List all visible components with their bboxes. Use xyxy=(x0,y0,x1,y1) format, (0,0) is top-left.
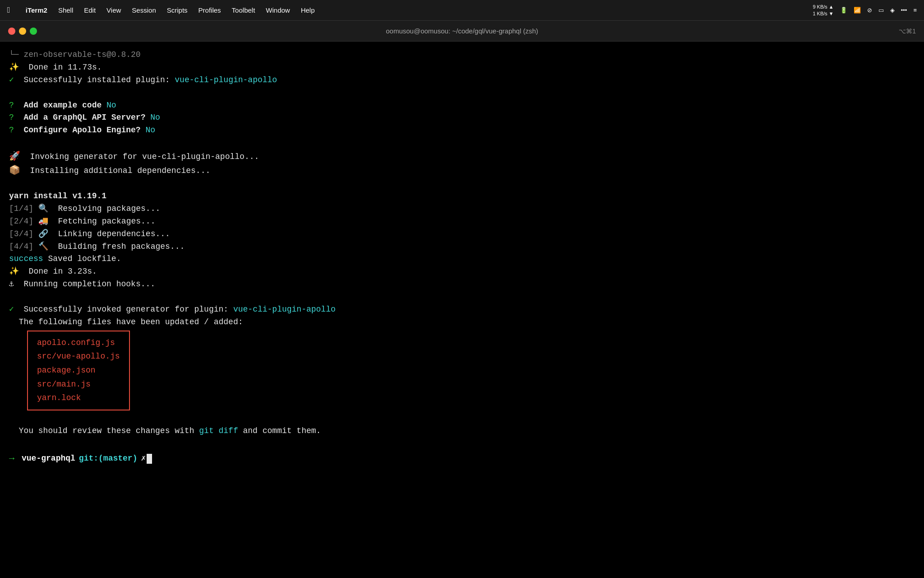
titlebar: oomusou@oomusou: ~/code/gql/vue-graphql … xyxy=(0,21,924,42)
file-line: src/main.js xyxy=(37,378,120,392)
terminal-blank xyxy=(9,438,915,450)
terminal-line: ? Add example code No xyxy=(9,99,915,112)
terminal-line: You should review these changes with git… xyxy=(9,425,915,438)
menu-iterm2[interactable]: iTerm2 xyxy=(20,5,53,16)
terminal-line: ✓ Successfully installed plugin: vue-cli… xyxy=(9,74,915,87)
terminal-line: success Saved lockfile. xyxy=(9,253,915,266)
terminal-line: 📦 Installing additional dependencies... xyxy=(9,163,915,177)
menu-toolbelt[interactable]: Toolbelt xyxy=(226,5,261,16)
battery-icon: 🔋 xyxy=(840,7,847,14)
terminal-line: [3/4] 🔗 Linking dependencies... xyxy=(9,228,915,241)
terminal-line: ? Configure Apollo Engine? No xyxy=(9,124,915,137)
terminal-blank xyxy=(9,87,915,99)
file-line: package.json xyxy=(37,364,120,378)
control-center-icon: ≡ xyxy=(913,7,917,14)
file-line: src/vue-apollo.js xyxy=(37,350,120,364)
file-line: apollo.config.js xyxy=(37,336,120,350)
terminal-blank xyxy=(9,177,915,190)
network-stats: 9 KB/s ▲1 KB/s ▼ xyxy=(813,4,833,17)
terminal-line: yarn install v1.19.1 xyxy=(9,190,915,203)
terminal[interactable]: └─ zen-observable-ts@0.8.20 ✨ Done in 11… xyxy=(0,42,924,578)
terminal-line: ⚓ Running completion hooks... xyxy=(9,278,915,291)
terminal-line: ? Add a GraphQL API Server? No xyxy=(9,112,915,124)
file-line: yarn.lock xyxy=(37,391,120,405)
prompt-marker: ✗ xyxy=(141,452,146,465)
menu-profiles[interactable]: Profiles xyxy=(193,5,226,16)
terminal-line: ✨ Done in 3.23s. xyxy=(9,266,915,278)
menu-right-icons: 9 KB/s ▲1 KB/s ▼ 🔋 📶 ⊘ ▭ ◈ ••• ≡ xyxy=(813,4,917,17)
terminal-blank xyxy=(9,137,915,149)
window-title: oomusou@oomusou: ~/code/gql/vue-graphql … xyxy=(386,27,538,35)
close-button[interactable] xyxy=(8,28,15,35)
keyboard-shortcut: ⌥⌘1 xyxy=(899,28,916,35)
traffic-lights xyxy=(8,28,37,35)
menu-edit[interactable]: Edit xyxy=(79,5,101,16)
prompt-directory: vue-graphql xyxy=(22,452,75,465)
terminal-blank xyxy=(9,412,915,425)
menu-session[interactable]: Session xyxy=(126,5,161,16)
terminal-line: ✓ Successfully invoked generator for plu… xyxy=(9,303,915,316)
prompt-branch: master xyxy=(103,452,133,465)
menu-window[interactable]: Window xyxy=(260,5,295,16)
terminal-line: ✨ Done in 11.73s. xyxy=(9,61,915,74)
do-not-disturb-icon: ⊘ xyxy=(867,7,872,14)
prompt-arrow: → xyxy=(9,452,14,466)
file-box: apollo.config.js src/vue-apollo.js packa… xyxy=(27,331,130,410)
maximize-button[interactable] xyxy=(30,28,37,35)
terminal-line: 🚀 Invoking generator for vue-cli-plugin-… xyxy=(9,149,915,163)
apple-menu[interactable]:  xyxy=(7,6,12,15)
terminal-line: └─ zen-observable-ts@0.8.20 xyxy=(9,49,915,61)
airdrop-icon: ◈ xyxy=(890,7,895,14)
wifi-icon: 📶 xyxy=(854,7,861,14)
prompt-line: → vue-graphql git:(master) ✗ xyxy=(9,452,915,466)
menu-shell[interactable]: Shell xyxy=(53,5,79,16)
terminal-blank xyxy=(9,291,915,303)
menu-view[interactable]: View xyxy=(101,5,126,16)
terminal-line: [1/4] 🔍 Resolving packages... xyxy=(9,203,915,215)
terminal-line: [2/4] 🚚 Fetching packages... xyxy=(9,215,915,228)
menu-scripts[interactable]: Scripts xyxy=(162,5,193,16)
cursor xyxy=(147,454,152,464)
menubar:  iTerm2 Shell Edit View Session Scripts… xyxy=(0,0,924,21)
minimize-button[interactable] xyxy=(19,28,26,35)
more-icon: ••• xyxy=(901,7,907,14)
menu-help[interactable]: Help xyxy=(296,5,320,16)
prompt-git-close: ) xyxy=(133,452,138,465)
terminal-line: [4/4] 🔨 Building fresh packages... xyxy=(9,241,915,253)
screen-mirror-icon: ▭ xyxy=(878,7,884,14)
prompt-git: git:( xyxy=(79,452,103,465)
terminal-line: The following files have been updated / … xyxy=(9,316,915,329)
